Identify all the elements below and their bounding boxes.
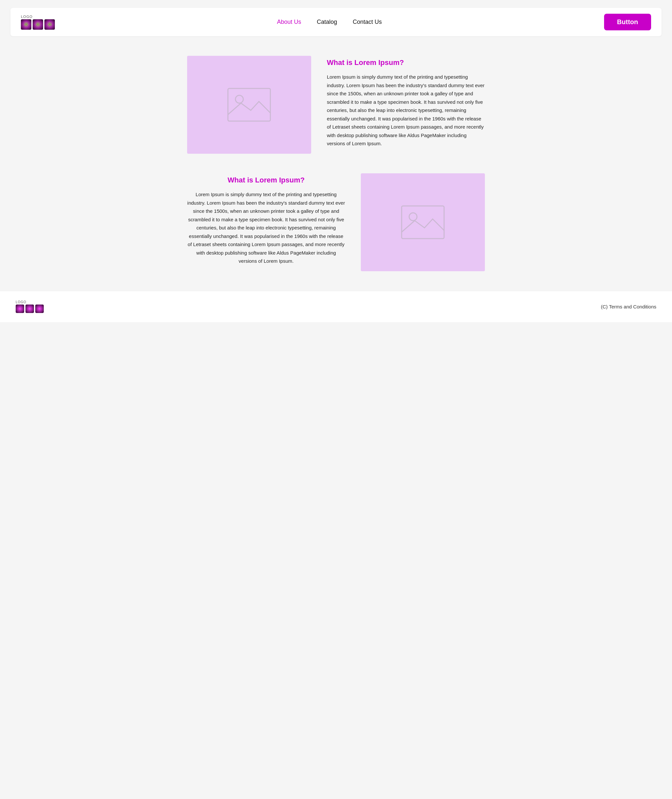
main-content: What is Lorem Ipsum? Lorem Ipsum is simp… xyxy=(179,56,493,271)
section-2-body: Lorem Ipsum is simply dummy text of the … xyxy=(187,190,345,265)
logo-icon-1: ✳️ xyxy=(21,19,31,30)
nav-link-about-us[interactable]: About Us xyxy=(277,19,301,26)
nav-logo: LOGO ✳️ ✳️ ✳️ xyxy=(21,15,55,30)
section-1-title: What is Lorem Ipsum? xyxy=(327,58,485,67)
nav-logo-icons: ✳️ ✳️ ✳️ xyxy=(21,19,55,30)
svg-point-1 xyxy=(235,95,243,103)
section-2-image xyxy=(361,173,485,271)
footer-logo: LOGO xyxy=(16,300,44,313)
section-1-image xyxy=(187,56,311,154)
logo-icon-2: ✳️ xyxy=(33,19,43,30)
section-2: What is Lorem Ipsum? Lorem Ipsum is simp… xyxy=(187,173,485,271)
footer-logo-icon-1 xyxy=(16,305,24,313)
nav-link-contact-us[interactable]: Contact Us xyxy=(353,19,382,26)
section-1-body: Lorem Ipsum is simply dummy text of the … xyxy=(327,73,485,148)
svg-point-3 xyxy=(409,213,417,221)
footer-logo-label: LOGO xyxy=(16,300,26,304)
nav-links: About Us Catalog Contact Us xyxy=(277,19,382,26)
nav-logo-label: LOGO xyxy=(21,15,33,19)
section-1-text: What is Lorem Ipsum? Lorem Ipsum is simp… xyxy=(327,56,485,148)
svg-rect-2 xyxy=(402,206,444,238)
image-placeholder-2 xyxy=(397,203,449,242)
footer: LOGO (C) Terms and Conditions xyxy=(0,291,672,322)
nav-link-catalog[interactable]: Catalog xyxy=(317,19,337,26)
navbar: LOGO ✳️ ✳️ ✳️ About Us Catalog Contact U… xyxy=(10,8,662,36)
footer-logo-icons xyxy=(16,305,44,313)
footer-logo-icon-2 xyxy=(26,305,34,313)
section-2-title: What is Lorem Ipsum? xyxy=(187,176,345,184)
svg-rect-0 xyxy=(228,88,270,121)
image-placeholder-1 xyxy=(223,85,275,125)
footer-logo-icon-3 xyxy=(35,305,44,313)
section-1: What is Lorem Ipsum? Lorem Ipsum is simp… xyxy=(187,56,485,154)
nav-button[interactable]: Button xyxy=(604,14,651,30)
logo-icon-3: ✳️ xyxy=(45,19,55,30)
section-2-text: What is Lorem Ipsum? Lorem Ipsum is simp… xyxy=(187,173,345,265)
footer-terms: (C) Terms and Conditions xyxy=(601,304,656,309)
